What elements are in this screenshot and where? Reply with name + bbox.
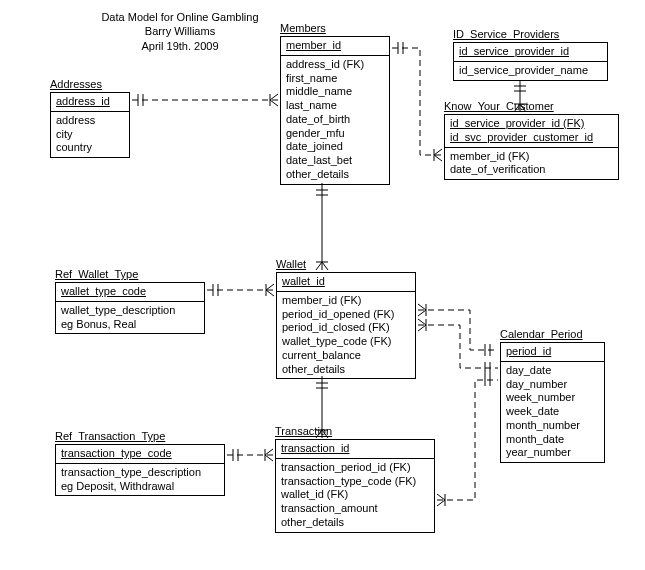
field: week_number <box>506 391 599 405</box>
title-line2: Barry Williams <box>85 24 275 38</box>
entity-addresses: Addresses address_id address city countr… <box>50 78 130 158</box>
diagram-title: Data Model for Online Gambling Barry Wil… <box>85 10 275 53</box>
field: month_date <box>506 433 599 447</box>
svg-line-33 <box>418 325 426 331</box>
svg-line-29 <box>418 304 426 310</box>
pk: transaction_id <box>281 442 350 454</box>
field: period_id_opened (FK) <box>282 308 410 322</box>
field: wallet_type_description <box>61 304 199 318</box>
field: id_service_provider_name <box>459 64 602 78</box>
entity-title: Know_Your_Customer <box>444 100 619 112</box>
entity-kyc: Know_Your_Customer id_service_provider_i… <box>444 100 619 180</box>
entity-idsp: ID_Service_Providers id_service_provider… <box>453 28 608 81</box>
field: transaction_type_code (FK) <box>281 475 429 489</box>
entity-calperiod: Calendar_Period period_id day_date day_n… <box>500 328 605 463</box>
entity-refwt: Ref_Wallet_Type wallet_type_code wallet_… <box>55 268 205 334</box>
field: year_number <box>506 446 599 460</box>
field: address <box>56 114 124 128</box>
entity-title: Ref_Wallet_Type <box>55 268 205 280</box>
entity-members: Members member_id address_id (FK) first_… <box>280 22 390 185</box>
field: month_number <box>506 419 599 433</box>
field: country <box>56 141 124 155</box>
svg-line-52 <box>437 500 445 506</box>
field: other_details <box>286 168 384 182</box>
svg-line-32 <box>418 319 426 325</box>
pk: member_id <box>286 39 341 51</box>
svg-line-30 <box>418 310 426 316</box>
field: last_name <box>286 99 384 113</box>
field: week_date <box>506 405 599 419</box>
field: transaction_period_id (FK) <box>281 461 429 475</box>
field: eg Bonus, Real <box>61 318 199 332</box>
svg-line-51 <box>437 494 445 500</box>
field: transaction_type_description <box>61 466 219 480</box>
field: day_date <box>506 364 599 378</box>
pk: transaction_type_code <box>61 447 172 459</box>
entity-reftt: Ref_Transaction_Type transaction_type_co… <box>55 430 225 496</box>
svg-line-8 <box>434 149 442 155</box>
svg-line-9 <box>434 155 442 161</box>
entity-title: Addresses <box>50 78 130 90</box>
field: first_name <box>286 72 384 86</box>
field: period_id_closed (FK) <box>282 321 410 335</box>
entity-title: Members <box>280 22 390 34</box>
title-line3: April 19th. 2009 <box>85 39 275 53</box>
svg-line-4 <box>270 100 278 106</box>
field: member_id (FK) <box>450 150 613 164</box>
entity-transaction: Transaction transaction_id transaction_p… <box>275 425 435 533</box>
pk: wallet_type_code <box>61 285 146 297</box>
field: middle_name <box>286 85 384 99</box>
pk: id_svc_provider_customer_id <box>450 131 593 143</box>
field: transaction_amount <box>281 502 429 516</box>
svg-line-26 <box>266 284 274 290</box>
field: eg Deposit, Withdrawal <box>61 480 219 494</box>
field: address_id (FK) <box>286 58 384 72</box>
field: day_number <box>506 378 599 392</box>
pk: wallet_id <box>282 275 325 287</box>
entity-title: Ref_Transaction_Type <box>55 430 225 442</box>
entity-wallet: Wallet wallet_id member_id (FK) period_i… <box>276 258 416 379</box>
entity-title: ID_Service_Providers <box>453 28 608 40</box>
field: gender_mfu <box>286 127 384 141</box>
field: wallet_type_code (FK) <box>282 335 410 349</box>
pk: address_id <box>56 95 110 107</box>
svg-line-49 <box>265 455 273 461</box>
pk: id_service_provider_id <box>459 45 569 57</box>
pk: period_id <box>506 345 551 357</box>
field: date_last_bet <box>286 154 384 168</box>
svg-line-27 <box>266 290 274 296</box>
field: date_of_verification <box>450 163 613 177</box>
field: date_joined <box>286 140 384 154</box>
entity-title: Transaction <box>275 425 435 437</box>
entity-title: Wallet <box>276 258 416 270</box>
title-line1: Data Model for Online Gambling <box>85 10 275 24</box>
field: city <box>56 128 124 142</box>
field: member_id (FK) <box>282 294 410 308</box>
field: current_balance <box>282 349 410 363</box>
field: date_of_birth <box>286 113 384 127</box>
svg-line-3 <box>270 94 278 100</box>
field: other_details <box>282 363 410 377</box>
field: other_details <box>281 516 429 530</box>
entity-title: Calendar_Period <box>500 328 605 340</box>
pk: id_service_provider_id (FK) <box>450 117 585 129</box>
svg-line-48 <box>265 449 273 455</box>
field: wallet_id (FK) <box>281 488 429 502</box>
